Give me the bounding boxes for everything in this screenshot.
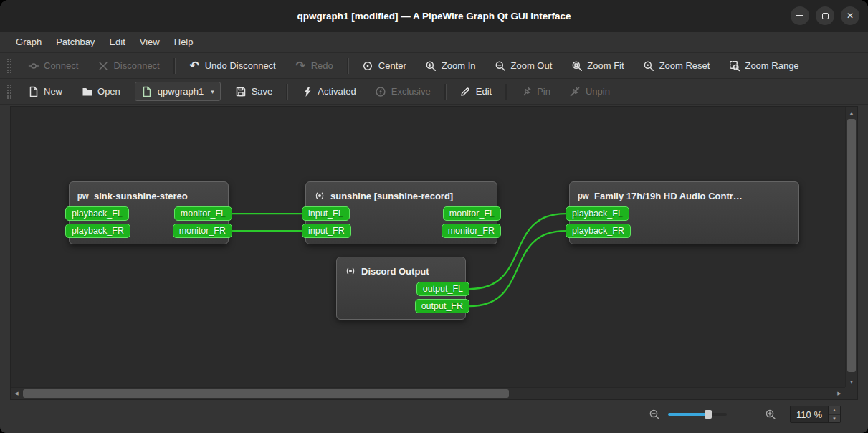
unpin-button[interactable]: Unpin [561,82,619,101]
port-sink-sunshine-stereo-playback_FR[interactable]: playback_FR [65,224,130,238]
new-file-icon [27,85,39,97]
vertical-scrollbar-track[interactable] [847,119,856,375]
port-discord-output-output_FR[interactable]: output_FR [415,299,469,313]
patchbay-select[interactable]: qpwgraph1 ▾ [135,82,221,101]
menu-view[interactable]: View [133,32,167,52]
vertical-scrollbar-thumb[interactable] [847,119,856,372]
zoom-in-mini-icon[interactable] [764,408,777,421]
scroll-up-button[interactable]: ▲ [846,107,857,118]
pin-button[interactable]: Pin [512,82,559,101]
node-ports: playback_FLplayback_FR [570,206,798,238]
horizontal-scrollbar-track[interactable] [23,389,833,398]
connections-layer [11,107,845,387]
port-sink-sunshine-stereo-playback_FL[interactable]: playback_FL [65,206,129,221]
menu-patchbay[interactable]: Patchbay [49,32,102,52]
zoom-reset-button[interactable]: Zoom Reset [634,56,719,75]
port-sink-sunshine-stereo-monitor_FR[interactable]: monitor_FR [173,224,232,238]
open-patchbay-button[interactable]: Open [72,82,129,101]
maximize-button[interactable] [816,6,834,25]
toolbar-separator [444,84,446,100]
minimize-button[interactable] [791,6,809,25]
zoom-out-mini-icon[interactable] [648,408,661,421]
spin-arrows: ▲ ▼ [828,406,840,422]
close-button[interactable]: ✕ [841,6,859,25]
node-title: pwsink-sunshine-stereo [70,186,228,205]
connect-button[interactable]: Connect [19,56,87,75]
spin-up-button[interactable]: ▲ [829,406,840,415]
graph-node-family-hd-audio[interactable]: pwFamily 17h/19h HD Audio Contr…playback… [569,181,799,244]
toolbar-patchbay: New Open qpwgraph1 ▾ Save Activated Excl… [0,79,868,105]
port-sunshine-input_FL[interactable]: input_FL [302,206,350,221]
scroll-left-button[interactable]: ◀ [11,388,22,399]
graph-node-sink-sunshine-stereo[interactable]: pwsink-sunshine-stereoplayback_FLplaybac… [69,181,229,244]
window-controls: ✕ [791,0,859,32]
exclusive-toggle-button[interactable]: Exclusive [366,82,439,101]
zoom-in-button[interactable]: Zoom In [416,56,485,75]
node-title: sunshine [sunshine-record] [306,186,497,205]
node-title-label: sink-sunshine-stereo [94,191,188,201]
scroll-down-button[interactable]: ▼ [846,376,857,387]
port-family-hd-audio-playback_FR[interactable]: playback_FR [566,224,631,238]
scroll-right-button[interactable]: ▶ [834,388,845,399]
scrollbar-corner [845,387,857,399]
titlebar: qpwgraph1 [modified] — A PipeWire Graph … [0,0,868,32]
zoom-value: 110 % [791,406,828,422]
input-ports: input_FLinput_FR [302,206,351,238]
toolbar-separator [505,84,507,100]
close-icon: ✕ [846,11,854,20]
zoom-slider-handle[interactable] [705,410,712,419]
port-sink-sunshine-stereo-monitor_FL[interactable]: monitor_FL [174,206,232,221]
horizontal-scrollbar-thumb[interactable] [23,389,509,398]
port-family-hd-audio-playback_FL[interactable]: playback_FL [566,206,629,221]
zoom-out-button[interactable]: Zoom Out [486,56,561,75]
zoom-slider-track [668,413,727,416]
redo-icon: ↷ [295,60,307,72]
graph-node-sunshine[interactable]: sunshine [sunshine-record]input_FLinput_… [305,181,497,244]
zoom-spinbox[interactable]: 110 % ▲ ▼ [790,406,841,423]
undo-disconnect-button[interactable]: ↶ Undo Disconnect [180,56,285,75]
node-title-label: Discord Output [361,266,429,277]
vertical-scrollbar[interactable]: ▲ ▼ [845,107,857,387]
input-ports: playback_FLplayback_FR [566,206,631,238]
port-discord-output-output_FL[interactable]: output_FL [416,282,469,296]
node-title: pwFamily 17h/19h HD Audio Contr… [570,186,798,205]
menu-edit[interactable]: Edit [102,32,132,52]
zoom-slider[interactable] [668,409,727,420]
horizontal-scrollbar[interactable]: ◀ ▶ [11,387,845,399]
center-button[interactable]: Center [353,56,415,75]
redo-button[interactable]: ↷ Redo [286,56,342,75]
toolbar-drag-handle[interactable] [7,59,11,73]
disconnect-button[interactable]: Disconnect [88,56,168,75]
edit-button[interactable]: Edit [451,82,500,101]
output-ports: output_FLoutput_FR [415,282,469,313]
menu-graph[interactable]: Graph [9,32,49,52]
statusbar: 110 % ▲ ▼ [0,400,868,433]
app-window: qpwgraph1 [modified] — A PipeWire Graph … [0,0,868,433]
pipewire-icon: pw [77,190,89,202]
toolbar-separator [286,84,287,100]
graph-canvas[interactable]: pwsink-sunshine-stereoplayback_FLplaybac… [11,107,845,387]
toolbar-drag-handle[interactable] [7,85,11,99]
node-ports: playback_FLplayback_FRmonitor_FLmonitor_… [70,206,228,238]
menu-help[interactable]: Help [167,32,201,52]
node-ports: output_FLoutput_FR [337,282,465,313]
save-patchbay-button[interactable]: Save [226,82,282,101]
zoom-fit-button[interactable]: Zoom Fit [562,56,632,75]
graph-node-discord-output[interactable]: Discord Outputoutput_FLoutput_FR [336,257,466,320]
port-sunshine-monitor_FL[interactable]: monitor_FL [443,206,501,221]
zoom-range-button[interactable]: Zoom Range [720,56,807,75]
toolbar-graph: Connect Disconnect ↶ Undo Disconnect ↷ R… [0,53,868,79]
window-title: qpwgraph1 [modified] — A PipeWire Graph … [0,11,868,22]
toolbar-separator [173,58,175,74]
port-sunshine-input_FR[interactable]: input_FR [302,224,351,238]
zoom-range-icon [728,60,740,72]
minimize-icon [796,15,803,16]
spin-down-button[interactable]: ▼ [829,415,840,423]
canvas-frame: pwsink-sunshine-stereoplayback_FLplaybac… [10,106,858,400]
port-sunshine-monitor_FR[interactable]: monitor_FR [442,224,501,238]
activated-toggle-button[interactable]: Activated [292,82,364,101]
node-title: Discord Output [337,262,465,280]
new-patchbay-button[interactable]: New [19,82,71,101]
save-icon [235,85,247,97]
audio-device-icon [313,190,325,202]
